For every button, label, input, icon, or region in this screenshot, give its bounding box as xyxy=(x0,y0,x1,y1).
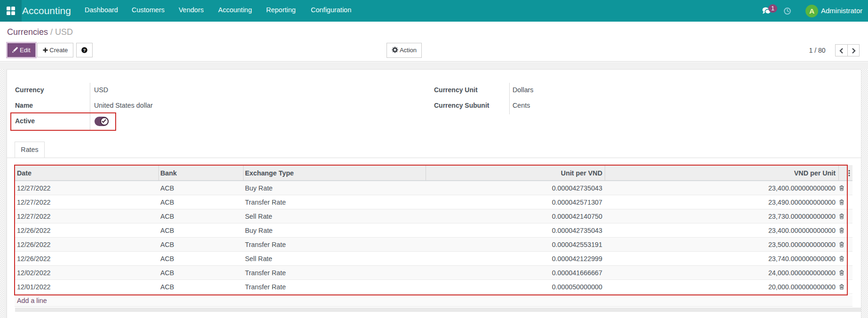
svg-text:?: ? xyxy=(83,48,86,53)
